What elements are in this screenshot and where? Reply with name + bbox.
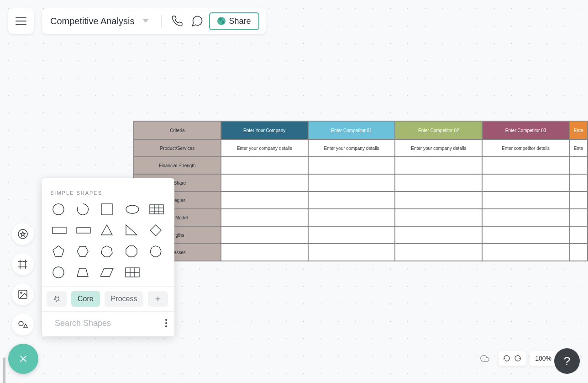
table-cell[interactable] — [308, 226, 395, 244]
row-label[interactable]: Product/Services — [134, 139, 221, 157]
table-cell[interactable] — [569, 174, 588, 192]
panel-scrollbar[interactable] — [3, 357, 5, 383]
hexagon-icon — [76, 245, 91, 258]
shape-ellipse[interactable] — [123, 202, 142, 217]
table-cell[interactable] — [221, 209, 308, 226]
globe-icon — [217, 17, 226, 25]
search-shapes-input[interactable] — [55, 319, 161, 328]
shape-pentagon[interactable] — [50, 244, 68, 259]
heptagon-icon — [100, 245, 115, 258]
shape-wide-rect[interactable] — [74, 223, 93, 238]
close-panel-button[interactable] — [8, 344, 38, 374]
chat-button[interactable] — [189, 13, 205, 29]
competitive-analysis-table[interactable]: CriteriaEnter Your CompanyEnter Competit… — [133, 121, 588, 261]
star-circle-icon — [17, 229, 28, 239]
svg-marker-1 — [21, 232, 25, 236]
panel-options-button[interactable] — [165, 319, 167, 327]
core-tab[interactable]: Core — [71, 291, 100, 307]
table-cell[interactable]: Enter your company details — [395, 139, 482, 157]
table-cell[interactable] — [221, 174, 308, 192]
table-cell[interactable] — [221, 157, 308, 174]
shape-right-triangle[interactable] — [123, 223, 142, 238]
cloud-icon — [479, 354, 490, 363]
shapes-button[interactable] — [12, 314, 34, 335]
svg-marker-27 — [101, 246, 112, 257]
table-cell[interactable] — [569, 157, 588, 174]
table-cell[interactable] — [395, 226, 482, 244]
table-cell[interactable] — [395, 157, 482, 174]
table-cell[interactable] — [308, 192, 395, 209]
table-header[interactable]: Enter Competitor 03 — [482, 121, 569, 139]
table-cell[interactable] — [482, 157, 569, 174]
table-cell[interactable] — [482, 226, 569, 244]
shape-rectangle[interactable] — [50, 223, 68, 238]
table-cell[interactable]: Enter your company details — [308, 139, 395, 157]
frame-button[interactable] — [12, 253, 34, 275]
table-cell[interactable] — [569, 192, 588, 209]
favorites-button[interactable] — [12, 223, 34, 245]
table-cell[interactable] — [482, 174, 569, 192]
svg-point-7 — [21, 292, 22, 293]
title-dropdown-icon[interactable] — [143, 19, 148, 23]
zoom-level[interactable]: 100% — [530, 351, 557, 366]
table-cell[interactable]: Enter your company details — [221, 139, 308, 157]
canvas[interactable]: CriteriaEnter Your CompanyEnter Competit… — [133, 121, 588, 261]
table-cell[interactable] — [395, 174, 482, 192]
shape-arc[interactable] — [74, 202, 93, 217]
panel-title: SIMPLE SHAPES — [42, 186, 174, 199]
svg-rect-20 — [52, 227, 66, 234]
table-cell[interactable] — [569, 209, 588, 226]
table-cell[interactable] — [569, 226, 588, 244]
shape-heptagon[interactable] — [99, 244, 117, 259]
table-cell[interactable] — [308, 244, 395, 261]
table-cell[interactable] — [308, 174, 395, 192]
table-cell[interactable] — [308, 157, 395, 174]
main-menu-button[interactable] — [8, 8, 34, 34]
shape-parallelogram[interactable] — [99, 265, 117, 280]
help-button[interactable]: ? — [554, 348, 580, 374]
image-button[interactable] — [12, 283, 34, 305]
shape-triangle[interactable] — [99, 223, 117, 238]
table-cell[interactable]: Enter competitor details — [482, 139, 569, 157]
table-cell[interactable] — [482, 192, 569, 209]
table-cell[interactable] — [482, 209, 569, 226]
table-header[interactable]: Enter Competitor 02 — [395, 121, 482, 139]
redo-icon[interactable] — [514, 355, 521, 362]
table-header[interactable]: Criteria — [134, 121, 221, 139]
shape-trapezoid[interactable] — [74, 265, 93, 280]
undo-redo-group — [499, 351, 526, 366]
table-cell[interactable] — [308, 209, 395, 226]
table-cell[interactable] — [482, 244, 569, 261]
table-cell[interactable] — [569, 244, 588, 261]
share-button[interactable]: Share — [209, 12, 259, 30]
shape-grid[interactable] — [123, 265, 142, 280]
table-header[interactable]: Enter Your Company — [221, 121, 308, 139]
shape-octagon[interactable] — [123, 244, 142, 259]
shape-circle-outline[interactable] — [50, 265, 68, 280]
shape-diamond[interactable] — [147, 223, 166, 238]
pin-tab[interactable] — [47, 291, 67, 307]
shape-table[interactable] — [147, 202, 166, 217]
shape-nonagon[interactable] — [147, 244, 166, 259]
svg-marker-24 — [150, 225, 161, 236]
shape-circle[interactable] — [50, 202, 68, 217]
document-title[interactable]: Competitive Analysis — [50, 16, 135, 27]
row-label[interactable]: Financial Strength — [134, 157, 221, 174]
table-cell[interactable] — [395, 244, 482, 261]
undo-icon[interactable] — [503, 355, 510, 362]
shapes-panel: SIMPLE SHAPES Core Process — [42, 178, 174, 336]
table-cell[interactable] — [221, 244, 308, 261]
table-header[interactable]: Enter Competitor 01 — [308, 121, 395, 139]
table-header[interactable]: Ente — [569, 121, 588, 139]
call-button[interactable] — [169, 13, 185, 29]
table-cell[interactable] — [395, 209, 482, 226]
process-tab[interactable]: Process — [105, 291, 144, 307]
table-cell[interactable]: Ente — [569, 139, 588, 157]
cloud-sync-button[interactable] — [475, 351, 495, 366]
table-cell[interactable] — [395, 192, 482, 209]
add-tab[interactable] — [148, 291, 168, 307]
table-cell[interactable] — [221, 192, 308, 209]
shape-square[interactable] — [99, 202, 117, 217]
table-cell[interactable] — [221, 226, 308, 244]
shape-hexagon[interactable] — [74, 244, 93, 259]
